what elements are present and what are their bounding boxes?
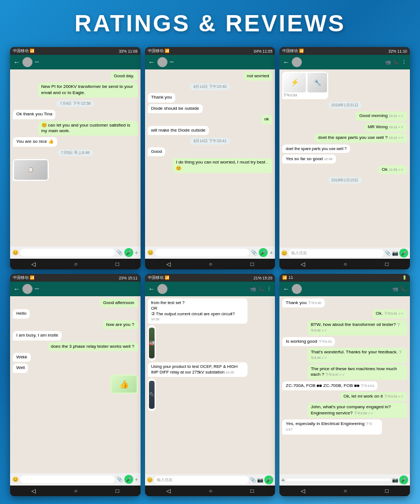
chat-header-6: ← 📹 📞 xyxy=(279,282,410,296)
nav-recent-6[interactable]: □ xyxy=(385,488,389,494)
carrier-6: 📶 11 xyxy=(282,276,293,280)
nav-home-3[interactable]: ○ xyxy=(344,261,347,267)
date-div-2: 7月5日 早上8:48 xyxy=(58,150,93,156)
attach-icon-1[interactable]: 📎 xyxy=(116,250,123,255)
video-icon-5[interactable]: 📹 xyxy=(250,286,256,292)
input-bar-1: 😊 📎 🎤 + xyxy=(10,246,141,259)
back-arrow-1[interactable]: ← xyxy=(13,58,20,66)
plus-icon-4[interactable]: + xyxy=(135,477,138,483)
nav-home-5[interactable]: ○ xyxy=(209,488,212,494)
back-arrow-2[interactable]: ← xyxy=(148,58,155,66)
nav-recent-1[interactable]: □ xyxy=(116,261,119,267)
nav-bar-6: ◁ ○ □ xyxy=(279,486,410,496)
date-div-1: 7月4日 下午15:58 xyxy=(57,100,94,107)
nav-home-4[interactable]: ○ xyxy=(74,488,77,494)
carrier-1: 中国移动 📶 xyxy=(13,48,35,54)
emoji-icon-2[interactable]: 😊 xyxy=(147,250,153,255)
avatar-6 xyxy=(292,284,302,294)
msg-p6-3: BTW, how about the transformer oil teste… xyxy=(307,320,407,335)
nav-recent-5[interactable]: □ xyxy=(250,488,254,494)
battery-6: 🔋 xyxy=(402,276,407,280)
nav-bar-3: ◁ ○ □ xyxy=(279,259,410,269)
video-icon-6[interactable]: 📹 xyxy=(392,286,398,292)
attach-icon-4[interactable]: 📎 xyxy=(116,477,123,482)
battery-3: 32% 11:10 xyxy=(389,49,407,53)
back-arrow-4[interactable]: ← xyxy=(13,285,20,293)
nav-back-1[interactable]: ◁ xyxy=(31,261,36,267)
nav-back-5[interactable]: ◁ xyxy=(166,488,171,494)
nav-back-2[interactable]: ◁ xyxy=(166,261,171,267)
mic-btn-4[interactable]: 🎤 xyxy=(124,475,133,484)
call-icon-6[interactable]: 📞 xyxy=(400,286,407,292)
battery-1: 33% 11:08 xyxy=(119,49,137,53)
nav-recent-4[interactable]: □ xyxy=(116,488,119,494)
call-icon-3[interactable]: 📞 xyxy=(393,59,399,65)
attach-icon-2[interactable]: 📎 xyxy=(251,250,257,255)
contact-name-2: ··· xyxy=(170,59,272,65)
msg-p2-5: will make the Diode outside xyxy=(148,126,209,135)
call-icon-5[interactable]: 📞 xyxy=(258,286,264,292)
chat-body-3: ⚡ 🔧 下午2:33 2018年1月31日 Good morning 10:12… xyxy=(279,69,410,248)
date-p2-1: 8月14日 下午15:40 xyxy=(190,83,230,90)
msg-p3-5: Yes so far so good 10:48 xyxy=(282,155,335,164)
camera-icon-5[interactable]: 📷 xyxy=(257,477,263,483)
chat-header-5: ← 📹 📞 ⋮ xyxy=(145,282,276,296)
camera-icon-3[interactable]: 📷 xyxy=(392,250,398,256)
input-box-6[interactable] xyxy=(286,479,391,481)
video-icon-3[interactable]: 📹 xyxy=(385,59,391,65)
msg-p2-4: ok xyxy=(261,115,272,124)
emoji-icon-4[interactable]: 😊 xyxy=(12,477,18,482)
carrier-3: 中国移动 📶 xyxy=(282,48,304,54)
emoji-icon-5[interactable]: 😊 xyxy=(147,477,153,483)
plus-icon-6[interactable]: + xyxy=(281,477,284,483)
nav-home-1[interactable]: ○ xyxy=(74,261,77,267)
avatar-1 xyxy=(22,57,32,67)
status-bar-3: 中国移动 📶 32% 11:10 xyxy=(279,47,410,55)
input-box-1[interactable] xyxy=(20,249,115,256)
camera-icon-6[interactable]: 📷 xyxy=(392,477,398,483)
date-p2-2: 8月14日 下午16:41 xyxy=(190,138,230,144)
status-bar-5: 中国移动 📶 21% 15:20 xyxy=(145,274,276,282)
emoji-icon-3[interactable]: 😊 xyxy=(281,250,287,256)
nav-home-2[interactable]: ○ xyxy=(209,261,212,267)
mic-btn-6[interactable]: 🎤 xyxy=(399,475,408,484)
plus-icon-1[interactable]: + xyxy=(135,250,138,256)
mic-btn-2[interactable]: 🎤 xyxy=(259,248,268,257)
more-icon-3[interactable]: ⋮ xyxy=(402,59,407,65)
input-box-5[interactable]: 输入信息 xyxy=(154,476,249,484)
input-bar-2: 😊 📎 🎤 + xyxy=(145,246,276,259)
attach-icon-5[interactable]: 📎 xyxy=(250,477,256,483)
msg-p4-image: 👍 xyxy=(110,375,138,394)
mic-btn-3[interactable]: 🎤 xyxy=(399,249,408,258)
nav-bar-5: ◁ ○ □ xyxy=(145,486,276,496)
back-arrow-3[interactable]: ← xyxy=(283,58,290,66)
back-arrow-5[interactable]: ← xyxy=(148,285,155,293)
plus-icon-2[interactable]: + xyxy=(269,250,273,256)
more-icon-5[interactable]: ⋮ xyxy=(267,286,272,292)
status-bar-6: 📶 11 🔋 xyxy=(279,274,410,282)
phone-screen-6: 📶 11 🔋 ← 📹 📞 Thank you 下午3:40 Ok. 下午3:41… xyxy=(279,274,410,496)
nav-recent-3[interactable]: □ xyxy=(385,261,389,267)
nav-home-6[interactable]: ○ xyxy=(344,488,347,494)
input-box-3[interactable]: 输入信息 xyxy=(288,249,384,257)
emoji-icon-1[interactable]: 😊 xyxy=(12,250,18,255)
attach-icon-3[interactable]: 📎 xyxy=(385,250,391,256)
nav-back-6[interactable]: ◁ xyxy=(301,488,305,494)
chat-body-5: from the test set ?OR② The output curren… xyxy=(145,296,276,474)
msg-recv-1: Ok thank you Tina xyxy=(13,110,55,119)
msg-p5-1: from the test set ?OR② The output curren… xyxy=(148,298,248,324)
nav-back-3[interactable]: ◁ xyxy=(301,261,305,267)
nav-recent-2[interactable]: □ xyxy=(250,261,254,267)
back-arrow-6[interactable]: ← xyxy=(283,285,290,293)
mic-btn-5[interactable]: 🎤 xyxy=(264,475,273,484)
msg-p5-photo2: 🔌 xyxy=(148,379,156,411)
msg-p2-6: Good xyxy=(148,147,166,156)
carrier-5: 中国移动 📶 xyxy=(148,275,170,281)
nav-back-4[interactable]: ◁ xyxy=(31,488,36,494)
msg-p2-2: Thank you xyxy=(148,93,175,102)
input-box-2[interactable] xyxy=(155,249,250,256)
input-box-4[interactable] xyxy=(20,475,115,483)
msg-p6-6: The price of these two machines how much… xyxy=(307,365,407,380)
msg-p6-9: John, what's your company engaged in? En… xyxy=(307,403,407,418)
mic-btn-1[interactable]: 🎤 xyxy=(124,248,133,257)
